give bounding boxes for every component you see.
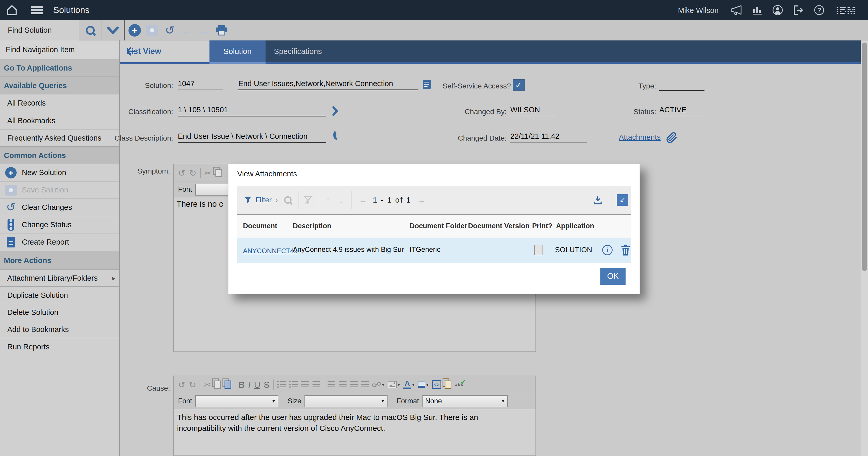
search-icon: [86, 26, 95, 35]
delete-attachment-icon[interactable]: [621, 245, 630, 256]
sidebar-item-duplicate-solution[interactable]: Duplicate Solution: [0, 287, 119, 304]
ibm-logo: IBM: [834, 5, 858, 15]
copy-icon[interactable]: [215, 169, 222, 177]
plus-icon: +: [5, 167, 17, 178]
hamburger-menu-icon[interactable]: [31, 6, 43, 14]
sign-out-icon[interactable]: [793, 5, 804, 15]
strikethrough-icon[interactable]: S: [264, 380, 270, 389]
query-dropdown-button[interactable]: [102, 20, 124, 40]
sidebar-item-clear-changes[interactable]: ↺ Clear Changes: [0, 199, 119, 216]
paste-from-word-icon[interactable]: [445, 381, 452, 389]
align-right-icon[interactable]: [350, 381, 358, 388]
expand-filter-icon[interactable]: ›: [275, 196, 278, 204]
reports-chart-icon[interactable]: [752, 5, 763, 15]
sidebar-item-new-solution[interactable]: + New Solution: [0, 164, 119, 182]
print-button[interactable]: [213, 20, 230, 40]
spellcheck-icon[interactable]: abc✓: [455, 382, 463, 388]
self-service-access-checkbox[interactable]: ✓: [513, 79, 525, 91]
solution-description-field[interactable]: End User Issues,Network,Network Connecti…: [238, 79, 418, 90]
redo-icon[interactable]: ↻: [189, 380, 196, 389]
undo-icon[interactable]: ↺: [178, 380, 186, 389]
scrollbar-thumb[interactable]: [862, 42, 867, 271]
sidebar-item-run-reports[interactable]: Run Reports: [0, 338, 119, 356]
filter-icon[interactable]: [244, 196, 252, 204]
sidebar-section-go-to-applications: Go To Applications: [0, 59, 119, 77]
attachments-link[interactable]: Attachments: [619, 133, 661, 142]
filter-link[interactable]: Filter: [255, 196, 272, 204]
cause-text[interactable]: This has occurred after the user has upg…: [174, 409, 535, 436]
bold-icon[interactable]: B: [239, 380, 245, 389]
print-checkbox[interactable]: [534, 245, 543, 255]
detail-menu-icon[interactable]: [332, 106, 339, 116]
solution-label: Solution:: [120, 82, 173, 90]
home-icon[interactable]: [6, 5, 18, 15]
classification-search-icon[interactable]: [333, 131, 336, 139]
bullet-list-icon[interactable]: [289, 381, 298, 388]
sidebar-item-create-report[interactable]: Create Report: [0, 233, 119, 251]
vertical-scrollbar[interactable]: [861, 40, 868, 456]
profile-icon[interactable]: [772, 5, 783, 15]
sidebar-item-change-status[interactable]: Change Status: [0, 216, 119, 233]
outdent-icon[interactable]: [312, 381, 320, 388]
cause-size-dropdown[interactable]: [305, 395, 388, 407]
info-icon[interactable]: i: [602, 245, 613, 255]
status-label: Status:: [620, 108, 656, 116]
back-to-list-view[interactable]: List View: [120, 40, 210, 62]
user-name[interactable]: Mike Wilson: [678, 6, 718, 15]
source-code-icon[interactable]: <>: [432, 380, 441, 389]
link-button[interactable]: ▾: [372, 381, 384, 388]
ordered-list-icon[interactable]: [277, 381, 286, 388]
undo-icon[interactable]: ↺: [178, 169, 186, 177]
search-button[interactable]: [79, 20, 102, 40]
sidebar-item-attachment-library[interactable]: Attachment Library/Folders ▸: [0, 270, 119, 287]
image-button[interactable]: ▾: [388, 381, 400, 388]
tab-solution[interactable]: Solution: [210, 40, 266, 62]
font-label: Font: [178, 186, 192, 194]
dropdown-arrow-icon: ▾: [382, 382, 384, 388]
find-navigation-item[interactable]: Find Navigation Item: [0, 40, 119, 59]
attachment-row[interactable]: ANYCONNECT49 AnyConnect 4.9 issues with …: [237, 237, 631, 263]
announcements-icon[interactable]: [731, 5, 742, 15]
cut-icon[interactable]: ✂: [204, 380, 211, 389]
class-description-field[interactable]: End User Issue \ Network \ Connection: [178, 132, 326, 143]
redo-icon[interactable]: ↻: [189, 169, 197, 177]
align-justify-icon[interactable]: [361, 381, 369, 388]
next-record-button: →: [196, 20, 211, 40]
align-center-icon[interactable]: [339, 381, 346, 388]
paperclip-icon[interactable]: [666, 132, 678, 144]
col-document-folder: Document Folder: [410, 222, 467, 230]
previous-record-button: ←: [179, 20, 194, 40]
clear-changes-button[interactable]: ↺: [162, 20, 178, 40]
type-field[interactable]: [659, 80, 705, 91]
long-description-icon[interactable]: [423, 79, 431, 89]
format-label: Format: [397, 397, 419, 405]
collapse-table-icon[interactable]: ↙: [617, 194, 628, 206]
cut-icon[interactable]: ✂: [204, 169, 212, 177]
find-solution-input[interactable]: Find Solution: [0, 20, 79, 40]
tab-specifications[interactable]: Specifications: [266, 40, 351, 62]
ok-button[interactable]: OK: [600, 268, 626, 285]
tab-underline-active: [210, 62, 266, 64]
app-title: Solutions: [53, 5, 90, 15]
document-link[interactable]: ANYCONNECT49: [243, 247, 298, 255]
underline-icon[interactable]: U: [254, 380, 260, 389]
text-color-button[interactable]: A ▾: [403, 380, 414, 389]
paste-icon[interactable]: [224, 381, 231, 389]
check-icon: ✓: [515, 80, 522, 90]
italic-icon[interactable]: I: [248, 380, 250, 389]
cause-font-dropdown[interactable]: [195, 395, 278, 407]
cause-format-dropdown[interactable]: None: [422, 395, 508, 407]
help-icon[interactable]: ?: [813, 5, 825, 15]
new-record-button[interactable]: +: [127, 20, 142, 40]
sidebar-item-add-to-bookmarks[interactable]: Add to Bookmarks: [0, 321, 119, 338]
copy-icon[interactable]: [214, 381, 221, 389]
report-document-icon: [7, 237, 15, 248]
solution-id-field[interactable]: 1047: [178, 79, 223, 90]
sidebar-item-delete-solution[interactable]: Delete Solution: [0, 304, 119, 321]
classification-field[interactable]: 1 \ 105 \ 10501: [178, 105, 326, 117]
align-left-icon[interactable]: [328, 381, 335, 388]
download-icon[interactable]: [593, 196, 602, 204]
sidebar: Find Navigation Item Go To Applications …: [0, 40, 120, 456]
bg-color-button[interactable]: ▾: [418, 382, 429, 388]
indent-icon[interactable]: [301, 381, 309, 388]
